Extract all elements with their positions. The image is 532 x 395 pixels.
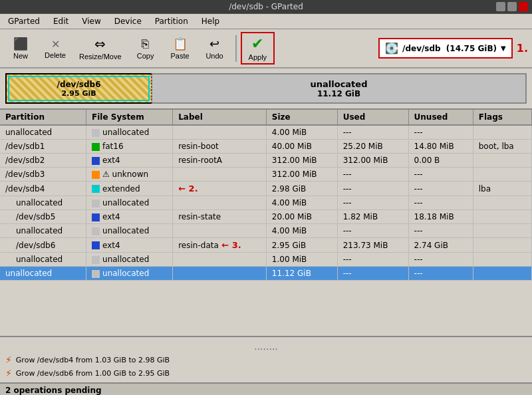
row-annotation: ← 3. bbox=[219, 240, 241, 250]
maximize-button[interactable] bbox=[507, 2, 517, 11]
table-row[interactable]: /dev/sdb6ext4resin-data ← 3.2.95 GiB213.… bbox=[0, 238, 532, 253]
table-row[interactable]: /dev/sdb1fat16resin-boot40.00 MiB25.20 M… bbox=[0, 140, 532, 154]
cell-used: --- bbox=[337, 196, 408, 210]
cell-partition: unallocated bbox=[0, 267, 86, 281]
fs-color-indicator bbox=[92, 157, 100, 165]
cell-flags bbox=[473, 253, 531, 267]
copy-button[interactable]: ⎘ Copy bbox=[129, 35, 162, 63]
col-flags: Flags bbox=[473, 110, 531, 125]
cell-filesystem: ext4 bbox=[86, 210, 173, 224]
cell-unused: 2.74 GiB bbox=[408, 238, 473, 253]
cell-size: 2.95 GiB bbox=[266, 238, 337, 253]
new-button[interactable]: ⬛ New bbox=[4, 34, 37, 63]
device-dropdown-arrow: ▼ bbox=[501, 45, 506, 52]
cell-label bbox=[173, 253, 267, 267]
device-icon: 💽 bbox=[385, 42, 398, 55]
fs-color-indicator bbox=[92, 143, 100, 151]
paste-icon: 📋 bbox=[173, 37, 188, 51]
cell-flags bbox=[473, 196, 531, 210]
apply-icon: ✔ bbox=[251, 35, 263, 53]
menu-item-view[interactable]: View bbox=[76, 15, 106, 27]
disk-visualization: /dev/sdb6 2.95 GiB unallocated 11.12 GiB bbox=[0, 68, 532, 110]
delete-button[interactable]: ✕ Delete bbox=[39, 35, 72, 62]
undo-button[interactable]: ↩ Undo bbox=[198, 34, 231, 63]
cell-filesystem: ⚠ unknown bbox=[86, 168, 173, 182]
cell-flags bbox=[473, 224, 531, 238]
table-row[interactable]: /dev/sdb5ext4resin-state20.00 MiB1.82 Mi… bbox=[0, 210, 532, 224]
table-row[interactable]: unallocatedunallocated11.12 GiB------ bbox=[0, 267, 532, 281]
cell-partition: /dev/sdb2 bbox=[0, 154, 86, 168]
table-row[interactable]: /dev/sdb2ext4resin-rootA312.00 MiB312.00… bbox=[0, 154, 532, 168]
cell-flags bbox=[473, 238, 531, 253]
cell-size: 1.00 MiB bbox=[266, 253, 337, 267]
fs-color-indicator bbox=[92, 185, 100, 193]
operations-area: ........ ⚡Grow /dev/sdb4 from 1.03 GiB t… bbox=[0, 336, 532, 382]
cell-flags bbox=[473, 267, 531, 281]
cell-filesystem: unallocated bbox=[86, 196, 173, 210]
close-button[interactable] bbox=[519, 2, 528, 11]
menu-item-edit[interactable]: Edit bbox=[48, 15, 74, 27]
cell-size: 40.00 MiB bbox=[266, 140, 337, 154]
cell-filesystem: fat16 bbox=[86, 140, 173, 154]
cell-flags bbox=[473, 168, 531, 182]
cell-size: 4.00 MiB bbox=[266, 196, 337, 210]
menu-item-partition[interactable]: Partition bbox=[150, 15, 194, 27]
cell-unused: --- bbox=[408, 182, 473, 196]
table-row[interactable]: /dev/sdb4extended ← 2.2.98 GiB------lba bbox=[0, 182, 532, 196]
cell-unused: --- bbox=[408, 224, 473, 238]
statusbar: 2 operations pending bbox=[0, 382, 532, 395]
cell-label bbox=[173, 125, 267, 140]
operation-text: Grow /dev/sdb4 from 1.03 GiB to 2.98 GiB bbox=[16, 356, 170, 364]
resize-move-button[interactable]: ⇔ Resize/Move bbox=[73, 33, 128, 63]
cell-label bbox=[173, 196, 267, 210]
cell-flags bbox=[473, 154, 531, 168]
cell-filesystem: unallocated bbox=[86, 253, 173, 267]
cell-unused: 0.00 B bbox=[408, 154, 473, 168]
operations-list: ⚡Grow /dev/sdb4 from 1.03 GiB to 2.98 Gi… bbox=[5, 353, 527, 380]
cell-partition: unallocated bbox=[0, 224, 86, 238]
fs-color-indicator bbox=[92, 199, 100, 207]
disk-segment-sdb6[interactable]: /dev/sdb6 2.95 GiB bbox=[5, 73, 152, 104]
cell-used: --- bbox=[337, 168, 408, 182]
cell-used: --- bbox=[337, 125, 408, 140]
operation-icon: ⚡ bbox=[5, 368, 12, 378]
paste-button[interactable]: 📋 Paste bbox=[164, 34, 197, 63]
cell-size: 4.00 MiB bbox=[266, 224, 337, 238]
col-size: Size bbox=[266, 110, 337, 125]
table-row[interactable]: unallocatedunallocated4.00 MiB------ bbox=[0, 224, 532, 238]
col-filesystem: File System bbox=[86, 110, 173, 125]
device-name: /dev/sdb (14.75 GiB) bbox=[402, 44, 497, 53]
cell-flags bbox=[473, 210, 531, 224]
cell-used: 25.20 MiB bbox=[337, 140, 408, 154]
resize-icon: ⇔ bbox=[94, 36, 106, 52]
cell-label bbox=[173, 168, 267, 182]
apply-button[interactable]: ✔ Apply bbox=[241, 32, 275, 65]
cell-partition: /dev/sdb4 bbox=[0, 182, 86, 196]
cell-size: 20.00 MiB bbox=[266, 210, 337, 224]
new-icon: ⬛ bbox=[13, 37, 28, 51]
undo-icon: ↩ bbox=[209, 37, 219, 51]
device-selector[interactable]: 💽 /dev/sdb (14.75 GiB) ▼ bbox=[378, 38, 513, 59]
table-row[interactable]: unallocatedunallocated1.00 MiB------ bbox=[0, 253, 532, 267]
fs-color-indicator bbox=[92, 227, 100, 235]
cell-size: 312.00 MiB bbox=[266, 168, 337, 182]
cell-used: 1.82 MiB bbox=[337, 210, 408, 224]
table-row[interactable]: /dev/sdb3⚠ unknown312.00 MiB------ bbox=[0, 168, 532, 182]
menu-item-help[interactable]: Help bbox=[196, 15, 225, 27]
cell-filesystem: ext4 bbox=[86, 238, 173, 253]
cell-filesystem: ext4 bbox=[86, 154, 173, 168]
minimize-button[interactable] bbox=[496, 2, 505, 11]
menu-item-device[interactable]: Device bbox=[109, 15, 147, 27]
cell-size: 4.00 MiB bbox=[266, 125, 337, 140]
cell-unused: 14.80 MiB bbox=[408, 140, 473, 154]
window-title: /dev/sdb - GParted bbox=[229, 2, 303, 11]
cell-label bbox=[173, 224, 267, 238]
cell-used: --- bbox=[337, 224, 408, 238]
menu-item-gparted[interactable]: GParted bbox=[3, 15, 45, 27]
cell-unused: --- bbox=[408, 196, 473, 210]
table-row[interactable]: unallocatedunallocated4.00 MiB------ bbox=[0, 196, 532, 210]
table-body: unallocatedunallocated4.00 MiB------/dev… bbox=[0, 125, 532, 281]
table-row[interactable]: unallocatedunallocated4.00 MiB------ bbox=[0, 125, 532, 140]
disk-segment-unallocated[interactable]: unallocated 11.12 GiB bbox=[152, 73, 527, 104]
cell-used: --- bbox=[337, 267, 408, 281]
